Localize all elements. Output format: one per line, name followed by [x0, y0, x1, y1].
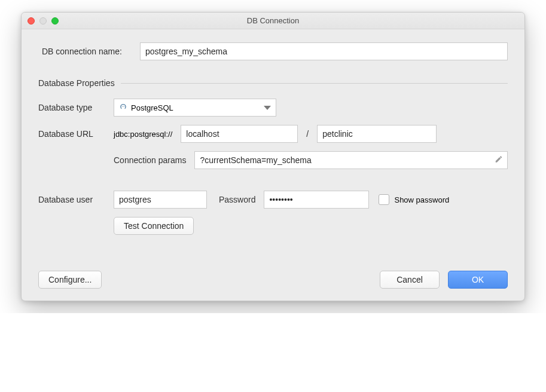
postgresql-icon: [119, 103, 127, 112]
database-user-row: Database user Password Show password: [38, 191, 508, 209]
database-type-label: Database type: [38, 103, 114, 112]
host-input[interactable]: [181, 125, 298, 143]
password-label: Password: [219, 195, 255, 204]
show-password-checkbox[interactable]: [379, 194, 389, 205]
database-type-select[interactable]: PostgreSQL: [114, 99, 276, 117]
zoom-icon[interactable]: [51, 17, 59, 24]
connection-params-row: Connection params: [38, 151, 508, 169]
close-icon[interactable]: [28, 17, 35, 24]
database-url-label: Database URL: [38, 129, 114, 139]
pencil-icon[interactable]: [495, 155, 503, 166]
db-connection-dialog: DB Connection DB connection name: Databa…: [21, 12, 525, 301]
test-connection-button[interactable]: Test Connection: [114, 217, 194, 235]
connection-params-label: Connection params: [114, 155, 186, 165]
section-title: Database Properties: [38, 78, 115, 88]
connection-name-input[interactable]: [140, 42, 508, 60]
dialog-content: DB connection name: Database Properties …: [22, 29, 524, 301]
cancel-button[interactable]: Cancel: [380, 271, 440, 289]
window-controls: [28, 17, 59, 24]
show-password-label: Show password: [394, 195, 449, 204]
minimize-icon[interactable]: [39, 17, 47, 24]
chevron-down-icon: [264, 106, 271, 110]
connection-params-input[interactable]: [194, 151, 508, 169]
test-connection-row: Test Connection: [38, 217, 508, 235]
url-slash: /: [306, 129, 309, 139]
connection-name-label: DB connection name:: [38, 47, 140, 56]
database-type-row: Database type PostgreSQL: [38, 99, 508, 117]
database-user-input[interactable]: [114, 191, 207, 209]
configure-button[interactable]: Configure...: [38, 271, 102, 289]
database-url-row: Database URL jdbc:postgresql:// /: [38, 125, 508, 143]
window-title: DB Connection: [22, 16, 524, 25]
password-input[interactable]: [264, 191, 369, 209]
database-properties-section: Database Properties: [38, 78, 508, 88]
show-password-wrap: Show password: [379, 194, 449, 205]
database-name-input[interactable]: [317, 125, 437, 143]
connection-name-row: DB connection name:: [38, 42, 508, 60]
database-user-label: Database user: [38, 195, 114, 204]
titlebar: DB Connection: [22, 13, 524, 29]
dialog-footer: Configure... Cancel OK: [38, 271, 508, 289]
ok-button[interactable]: OK: [448, 271, 508, 289]
database-type-value: PostgreSQL: [131, 103, 173, 112]
section-divider: [121, 83, 508, 84]
url-prefix-label: jdbc:postgresql://: [114, 130, 172, 139]
